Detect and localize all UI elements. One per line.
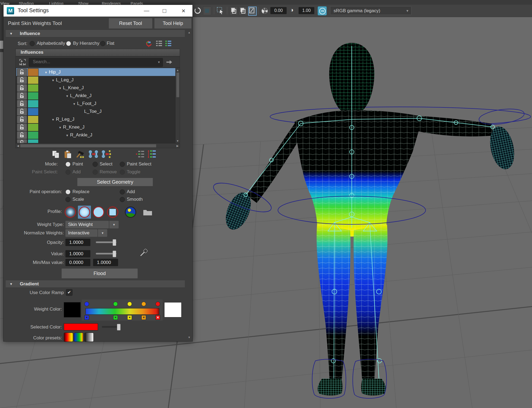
brush-square-button[interactable] [106, 206, 119, 219]
exposure-field[interactable]: 0.00 [270, 7, 287, 14]
horizontal-scrollbar[interactable]: ◀ ▶ [16, 144, 180, 148]
paste-weights-icon[interactable] [64, 150, 72, 158]
contrast-field[interactable]: 1.00 [299, 7, 314, 14]
min-value-field[interactable]: 0.0000 [65, 259, 90, 266]
search-input[interactable] [32, 59, 150, 65]
show-influences-list-icon[interactable] [156, 40, 163, 47]
copy-influence-weights-icon[interactable] [88, 150, 99, 158]
contrast-icon[interactable]: ◑ [290, 7, 293, 14]
scroll-down-arrow[interactable]: ▼ [186, 336, 192, 339]
menu-view[interactable]: View [1, 1, 9, 5]
expand-arrow-icon[interactable]: ▼ [59, 126, 62, 129]
tool-help-button[interactable]: Tool Help [154, 18, 191, 28]
expand-arrow-icon[interactable]: ▼ [45, 71, 47, 74]
texture-paint-button[interactable] [248, 7, 257, 16]
flood-button[interactable]: Flood [62, 269, 138, 278]
lock-icon[interactable] [17, 84, 27, 92]
weight-type-dropdown[interactable]: Skin Weight [65, 221, 109, 228]
menu-renderers[interactable]: Renderers [102, 1, 121, 5]
color-management-toggle[interactable]: ON [318, 6, 327, 15]
weight-color-low-swatch[interactable] [64, 302, 81, 317]
joint-row[interactable]: ▼R_Ankle_J [16, 131, 175, 139]
maximize-button[interactable]: □ [157, 5, 172, 17]
expand-arrow-icon[interactable]: ▼ [73, 102, 76, 106]
max-value-field[interactable]: 1.0000 [93, 259, 118, 266]
window-titlebar[interactable]: M Tool Settings — □ × [4, 5, 192, 17]
symmetry-icon[interactable] [194, 7, 201, 14]
joint-color-swatch[interactable] [28, 92, 39, 100]
brush-solid-button[interactable] [92, 206, 105, 219]
chevron-down-icon[interactable]: ▼ [109, 221, 119, 228]
eyedropper-icon[interactable] [139, 248, 148, 257]
color-ramp-bar[interactable] [86, 308, 159, 315]
isolate-select-button[interactable] [203, 7, 211, 15]
vertical-scrollbar[interactable]: ▲ ▼ [176, 68, 180, 143]
op-scale-label[interactable]: Scale [72, 197, 84, 202]
refresh-influences-icon[interactable] [145, 40, 153, 47]
mode-paint-select-label[interactable]: Paint Select [127, 161, 151, 167]
op-smooth-label[interactable]: Smooth [127, 197, 143, 202]
joint-row[interactable]: ▼L_Knee_J [16, 84, 175, 92]
chevron-down-icon[interactable]: ▼ [98, 229, 107, 237]
mode-paint-label[interactable]: Paint [72, 161, 83, 167]
scroll-up-arrow[interactable]: ▲ [186, 31, 192, 34]
menu-lighting[interactable]: Lighting [49, 1, 64, 5]
lock-icon[interactable] [17, 116, 27, 123]
value-slider[interactable] [96, 251, 116, 257]
op-add-radio[interactable] [120, 189, 125, 195]
render-region-button[interactable] [230, 7, 238, 15]
menu-shading[interactable]: Shading [19, 1, 34, 5]
show-selected-influences-icon[interactable] [165, 40, 172, 47]
pin-search-icon[interactable] [166, 59, 173, 65]
lock-icon[interactable] [17, 92, 27, 100]
op-scale-radio[interactable] [65, 197, 71, 202]
lock-icon[interactable] [17, 108, 27, 116]
selected-color-swatch[interactable] [64, 323, 98, 330]
use-color-ramp-checkbox[interactable]: ✔ [66, 289, 72, 296]
ramp-delete-green[interactable]: ✕ [113, 315, 118, 320]
joint-row[interactable]: ▼R_Knee_J [16, 123, 175, 131]
normalize-weights-dropdown[interactable]: Interactive [65, 229, 97, 237]
ramp-stop-orange[interactable] [141, 302, 146, 306]
joint-row[interactable]: ▼Hip_J [16, 68, 175, 76]
paint-select-remove-label[interactable]: Remove [100, 169, 117, 175]
copy-weights-icon[interactable] [52, 150, 60, 158]
joint-row[interactable]: ▼L_Foot_J [16, 100, 175, 108]
menu-panels[interactable]: Panels [131, 1, 143, 5]
joint-row[interactable]: ▼L_Leg_J [16, 76, 175, 84]
op-add-label[interactable]: Add [127, 189, 135, 195]
mode-select-label[interactable]: Select [100, 161, 112, 167]
lock-icon[interactable] [17, 131, 27, 139]
weight-color-high-swatch[interactable] [164, 302, 182, 317]
marquee-select-icon[interactable] [217, 7, 225, 15]
sort-by-hierarchy-label[interactable]: By Hierarchy [73, 41, 99, 46]
hammer-weights-icon[interactable] [76, 150, 86, 158]
lock-icon[interactable] [17, 123, 27, 131]
browse-profile-folder-icon[interactable] [142, 208, 153, 216]
joint-row[interactable]: ▼R_Leg_J [16, 115, 175, 123]
paint-select-remove-radio[interactable] [93, 170, 98, 175]
joint-row[interactable] [16, 139, 175, 143]
joint-row[interactable]: ▼L_Ankle_J [16, 92, 175, 100]
ramp-delete-yellow[interactable]: ✕ [127, 315, 132, 320]
op-replace-radio[interactable] [65, 189, 71, 195]
lock-icon[interactable] [17, 139, 27, 143]
reset-tool-button[interactable]: Reset Tool [109, 18, 152, 28]
sort-alphabetically-label[interactable]: Alphabetically [37, 41, 65, 46]
show-all-rows-icon[interactable] [136, 150, 145, 158]
opacity-field[interactable]: 1.0000 [65, 239, 90, 246]
brush-gaussian-button[interactable] [64, 206, 77, 219]
expand-arrow-icon[interactable]: ▼ [52, 118, 55, 121]
influence-section-header[interactable]: ▼ Influence [6, 30, 185, 37]
minimize-button[interactable]: — [139, 5, 154, 17]
lock-icon[interactable] [17, 100, 27, 108]
sort-flat-label[interactable]: Flat [107, 41, 114, 46]
preset-rainbow-swatch[interactable] [74, 333, 83, 342]
gamma-dropdown[interactable]: sRGB gamma (legacy) ▼ [330, 6, 411, 15]
joint-color-swatch[interactable] [28, 76, 39, 84]
lock-icon[interactable] [17, 76, 27, 84]
value-field[interactable]: 1.0000 [65, 250, 90, 257]
opacity-slider[interactable] [96, 239, 116, 245]
paint-select-add-label[interactable]: Add [72, 169, 81, 175]
selected-color-slider[interactable] [102, 324, 120, 330]
